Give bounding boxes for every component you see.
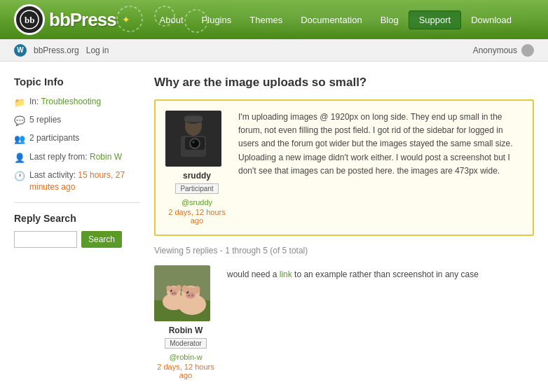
folder-icon: 📁 — [14, 97, 25, 109]
svg-point-29 — [188, 295, 190, 297]
reply-text-after: to an example rather than screenshot in … — [292, 270, 479, 279]
svg-point-30 — [191, 295, 193, 297]
post-inner: sruddy Participant @sruddy 2 days, 12 ho… — [165, 111, 523, 225]
viewing-line: Viewing 5 replies - 1 through 5 (of 5 to… — [154, 246, 534, 255]
search-button[interactable]: Search — [81, 231, 122, 248]
svg-point-13 — [193, 141, 195, 144]
reply-link[interactable]: link — [280, 270, 292, 279]
clock-icon: 🕐 — [14, 170, 25, 183]
pigs-avatar — [154, 265, 210, 321]
svg-point-21 — [174, 293, 175, 294]
svg-point-20 — [172, 293, 173, 294]
post-time: 2 days, 12 hours ago — [165, 208, 228, 225]
reply-avatar — [154, 265, 210, 321]
nav-download[interactable]: Download — [463, 10, 520, 29]
logo-icon: bb — [14, 4, 45, 35]
admin-bar-right: Anonymous — [473, 44, 534, 57]
nav-plugins[interactable]: Plugins — [193, 10, 240, 29]
svg-point-19 — [170, 291, 177, 296]
wp-logo: W — [14, 44, 27, 57]
last-reply-item: 👤 Last reply from: Robin W — [14, 151, 140, 164]
reply-text-before: would need a — [227, 270, 280, 279]
original-post: sruddy Participant @sruddy 2 days, 12 ho… — [154, 99, 534, 236]
reply-handle: @robin-w — [154, 353, 217, 361]
admin-bar: W bbPress.org Log in Anonymous — [0, 39, 548, 62]
sidebar: Topic Info 📁 In: Troubleshooting 💬 5 rep… — [14, 76, 140, 389]
reply-username: Robin W — [154, 326, 217, 335]
admin-bar-left: W bbPress.org Log in — [14, 44, 109, 57]
post-handle: @sruddy — [165, 198, 228, 206]
svg-text:bb: bb — [25, 15, 34, 25]
category-link[interactable]: Troubleshooting — [41, 97, 101, 106]
post-avatar-area: sruddy Participant @sruddy 2 days, 12 ho… — [165, 111, 228, 225]
reply-post: Robin W Moderator @robin-w 2 days, 12 ho… — [154, 265, 534, 379]
search-input[interactable] — [14, 231, 77, 248]
post-text: I'm uploading images @ 1920px on long si… — [238, 111, 523, 225]
content-area: Why are the image uploads so small? — [154, 76, 534, 389]
nav-support[interactable]: Support — [409, 10, 462, 29]
participants-count: 2 participants — [29, 132, 79, 144]
site-header: bb bbPress ✦ About Plugins Themes Docume… — [0, 0, 548, 39]
logo-area[interactable]: bb bbPress ✦ — [14, 4, 130, 35]
topic-title: Why are the image uploads so small? — [154, 76, 534, 90]
nav-about[interactable]: About — [151, 10, 192, 29]
reply-avatar-area: Robin W Moderator @robin-w 2 days, 12 ho… — [154, 265, 217, 379]
admin-site-link[interactable]: bbPress.org — [34, 46, 79, 55]
post-avatar — [165, 111, 221, 167]
user-label: Anonymous — [473, 46, 517, 55]
last-activity-item: 🕐 Last activity: 15 hours, 27 minutes ag… — [14, 169, 140, 193]
topic-info-title: Topic Info — [14, 76, 140, 88]
photographer-avatar — [165, 111, 221, 167]
participants-icon: 👥 — [14, 133, 25, 146]
reply-text: would need a link to an example rather t… — [227, 265, 534, 379]
replies-count: 5 replies — [29, 114, 61, 126]
nav-documentation[interactable]: Documentation — [292, 10, 370, 29]
post-role-badge: Participant — [175, 183, 218, 194]
topic-replies-item: 💬 5 replies — [14, 114, 140, 127]
nav-themes[interactable]: Themes — [241, 10, 291, 29]
replies-icon: 💬 — [14, 115, 25, 127]
admin-login-link[interactable]: Log in — [86, 46, 109, 55]
last-activity-link[interactable]: 15 hours, 27 minutes ago — [29, 170, 125, 192]
nav-blog[interactable]: Blog — [372, 10, 407, 29]
sidebar-divider — [14, 202, 140, 203]
post-username: sruddy — [165, 171, 228, 181]
topic-participants-item: 👥 2 participants — [14, 132, 140, 146]
svg-rect-8 — [184, 116, 203, 122]
main-nav: About Plugins Themes Documentation Blog … — [151, 10, 520, 29]
doodle-star: ✦ — [122, 14, 130, 25]
reply-time: 2 days, 12 hours ago — [154, 363, 217, 379]
main-content: Topic Info 📁 In: Troubleshooting 💬 5 rep… — [0, 62, 548, 392]
user-avatar — [521, 44, 534, 57]
reply-role-badge: Moderator — [165, 338, 207, 349]
person-icon: 👤 — [14, 152, 25, 164]
topic-category-item: 📁 In: Troubleshooting — [14, 96, 140, 109]
last-reply-link[interactable]: Robin W — [90, 152, 122, 162]
logo-text: bbPress — [49, 9, 116, 31]
search-form: Search — [14, 231, 140, 248]
reply-search-title: Reply Search — [14, 213, 140, 224]
